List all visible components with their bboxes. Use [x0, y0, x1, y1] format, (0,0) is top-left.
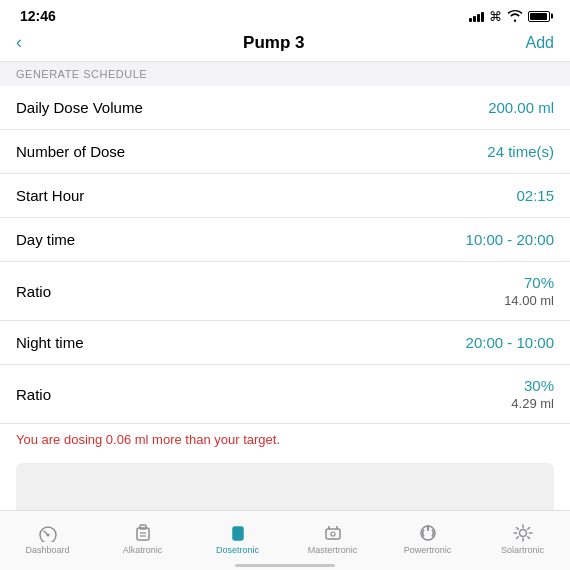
tab-mastertronic[interactable]: Mastertronic — [285, 523, 380, 555]
ratio-night-percent: 30% — [511, 377, 554, 394]
tab-dosetronic-label: Dosetronic — [216, 545, 259, 555]
row-number-dose: Number of Dose 24 time(s) — [0, 130, 570, 174]
nav-header: ‹ Pump 3 Add — [0, 28, 570, 62]
solartronic-icon — [511, 523, 535, 543]
wifi-icon — [507, 10, 523, 22]
row-ratio-night: Ratio 30% 4.29 ml — [0, 365, 570, 424]
page-title: Pump 3 — [243, 33, 304, 53]
form-rows: Daily Dose Volume 200.00 ml Number of Do… — [0, 86, 570, 424]
svg-line-23 — [527, 536, 529, 538]
row-night-time: Night time 20:00 - 10:00 — [0, 321, 570, 365]
svg-line-22 — [516, 527, 518, 529]
tab-dosetronic[interactable]: Dosetronic — [190, 523, 285, 555]
svg-point-1 — [46, 533, 49, 536]
tab-mastertronic-label: Mastertronic — [308, 545, 358, 555]
day-time-value: 10:00 - 20:00 — [466, 231, 554, 248]
daily-dose-label: Daily Dose Volume — [16, 99, 488, 116]
tab-bar: Dashboard Alkatronic Dosetronic — [0, 510, 570, 570]
svg-rect-10 — [239, 529, 242, 531]
ratio-day-value-group: 70% 14.00 ml — [504, 274, 554, 308]
day-time-label: Day time — [16, 231, 466, 248]
night-time-label: Night time — [16, 334, 466, 351]
number-dose-value: 24 time(s) — [487, 143, 554, 160]
dashboard-icon — [36, 523, 60, 543]
signal-icon — [469, 10, 484, 22]
svg-point-17 — [519, 529, 526, 536]
row-day-time: Day time 10:00 - 20:00 — [0, 218, 570, 262]
svg-rect-8 — [234, 529, 237, 531]
ratio-night-label: Ratio — [16, 386, 511, 403]
tab-solartronic[interactable]: Solartronic — [475, 523, 570, 555]
tab-dashboard[interactable]: Dashboard — [0, 523, 95, 555]
ratio-day-percent: 70% — [504, 274, 554, 291]
powertronic-icon — [416, 523, 440, 543]
svg-rect-3 — [140, 525, 146, 529]
number-dose-label: Number of Dose — [16, 143, 487, 160]
row-ratio-day: Ratio 70% 14.00 ml — [0, 262, 570, 321]
add-button[interactable]: Add — [526, 34, 554, 52]
night-time-value: 20:00 - 10:00 — [466, 334, 554, 351]
start-hour-value: 02:15 — [516, 187, 554, 204]
svg-line-24 — [527, 527, 529, 529]
alkatronic-icon — [131, 523, 155, 543]
wifi-icon: ⌘ — [489, 9, 502, 24]
tab-powertronic[interactable]: Powertronic — [380, 523, 475, 555]
home-indicator — [235, 564, 335, 567]
dosetronic-icon — [226, 523, 250, 543]
status-bar: 12:46 ⌘ — [0, 0, 570, 28]
svg-point-14 — [331, 532, 335, 536]
ratio-night-value-group: 30% 4.29 ml — [511, 377, 554, 411]
mastertronic-icon — [321, 523, 345, 543]
warning-message: You are dosing 0.06 ml more than your ta… — [0, 424, 570, 455]
ratio-day-ml: 14.00 ml — [504, 293, 554, 308]
row-start-hour: Start Hour 02:15 — [0, 174, 570, 218]
ratio-night-ml: 4.29 ml — [511, 396, 554, 411]
tab-alkatronic[interactable]: Alkatronic — [95, 523, 190, 555]
svg-rect-9 — [234, 533, 237, 535]
svg-line-25 — [516, 536, 518, 538]
tab-alkatronic-label: Alkatronic — [123, 545, 163, 555]
status-icons: ⌘ — [469, 9, 550, 24]
ratio-day-label: Ratio — [16, 283, 504, 300]
tab-solartronic-label: Solartronic — [501, 545, 544, 555]
daily-dose-value: 200.00 ml — [488, 99, 554, 116]
tab-dashboard-label: Dashboard — [25, 545, 69, 555]
tab-powertronic-label: Powertronic — [404, 545, 452, 555]
start-hour-label: Start Hour — [16, 187, 516, 204]
back-button[interactable]: ‹ — [16, 32, 22, 53]
svg-rect-11 — [326, 529, 340, 539]
row-daily-dose: Daily Dose Volume 200.00 ml — [0, 86, 570, 130]
battery-icon — [528, 11, 550, 22]
section-header: GENERATE SCHEDULE — [0, 62, 570, 86]
status-time: 12:46 — [20, 8, 56, 24]
svg-rect-2 — [137, 528, 149, 540]
